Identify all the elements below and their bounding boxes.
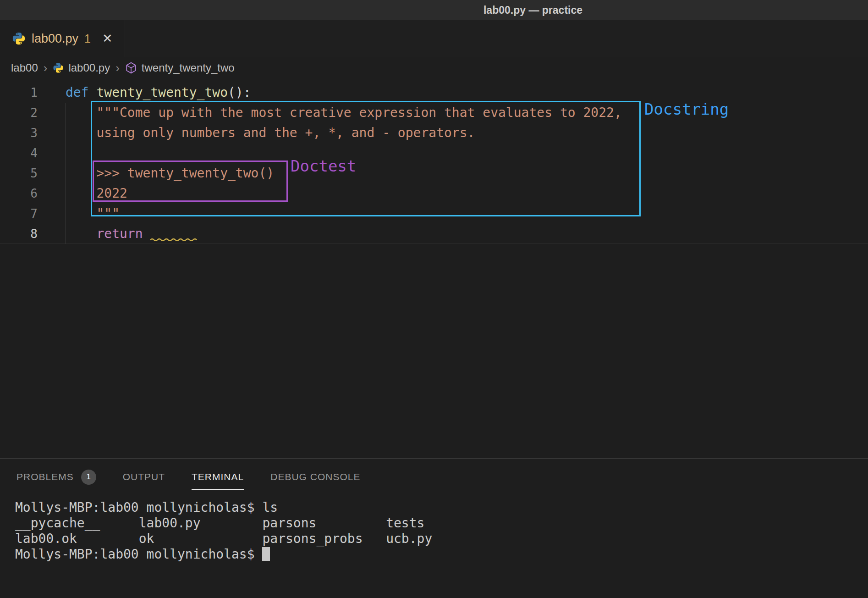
code-line-4[interactable]: 4 <box>0 143 868 163</box>
line-number[interactable]: 3 <box>0 123 38 143</box>
problems-count-badge: 1 <box>81 470 96 485</box>
code-segment: """Come up with the most creative expres… <box>66 105 622 120</box>
panel-tab-terminal[interactable]: TERMINAL <box>192 459 244 495</box>
tab-bar: lab00.py 1 ✕ <box>0 20 868 57</box>
terminal[interactable]: Mollys-MBP:lab00 mollynicholas$ ls__pyca… <box>0 495 868 598</box>
vscode-window: lab00.py — practice lab00.py 1 ✕ lab00 ›… <box>0 0 868 598</box>
panel-tab-debug-console[interactable]: DEBUG CONSOLE <box>270 459 360 495</box>
code-text[interactable]: """ <box>66 204 868 224</box>
breadcrumb-symbol[interactable]: twenty_twenty_two <box>142 61 235 74</box>
bottom-panel: PROBLEMS1OUTPUTTERMINALDEBUG CONSOLE Mol… <box>0 458 868 598</box>
panel-tab-label: OUTPUT <box>123 471 165 482</box>
code-text[interactable]: 2022 <box>66 183 868 204</box>
tab-dirty-count: 1 <box>84 32 91 45</box>
line-number[interactable]: 1 <box>0 83 38 103</box>
panel-tab-problems[interactable]: PROBLEMS1 <box>16 459 96 495</box>
terminal-line: Mollys-MBP:lab00 mollynicholas$ ls <box>15 500 868 515</box>
python-icon <box>53 62 64 73</box>
line-number[interactable]: 7 <box>0 204 38 224</box>
code-segment: using only numbers and the +, *, and - o… <box>66 125 475 140</box>
line-number[interactable]: 6 <box>0 183 38 204</box>
breadcrumb-folder[interactable]: lab00 <box>11 61 38 74</box>
terminal-prompt-line[interactable]: Mollys-MBP:lab00 mollynicholas$ <box>15 547 868 562</box>
line-number[interactable]: 5 <box>0 163 38 183</box>
chevron-right-icon: › <box>44 61 48 75</box>
panel-tab-label: DEBUG CONSOLE <box>270 471 360 482</box>
line-number[interactable]: 8 <box>0 224 38 244</box>
terminal-cursor[interactable] <box>262 547 270 561</box>
symbol-cube-icon <box>125 62 137 74</box>
code-text[interactable]: return <box>66 224 868 244</box>
code-segment: >>> twenty_twenty_two() <box>66 166 274 181</box>
window-title: lab00.py — practice <box>483 4 582 17</box>
code-line-8[interactable]: 8 return <box>0 224 868 244</box>
breadcrumb-file[interactable]: lab00.py <box>68 61 110 74</box>
code-segment <box>66 226 96 241</box>
code-segment: 2022 <box>66 186 127 201</box>
terminal-prompt: Mollys-MBP:lab00 mollynicholas$ <box>15 547 262 562</box>
code-line-5[interactable]: 5 >>> twenty_twenty_two() <box>0 163 868 183</box>
code-line-6[interactable]: 6 2022 <box>0 183 868 204</box>
code-text[interactable]: def twenty_twenty_two(): <box>66 83 868 103</box>
code-segment: """ <box>66 206 120 221</box>
code-segment: def <box>66 85 96 100</box>
panel-tab-label: PROBLEMS <box>16 471 74 482</box>
terminal-lines: Mollys-MBP:lab00 mollynicholas$ ls__pyca… <box>15 500 868 547</box>
panel-tabs: PROBLEMS1OUTPUTTERMINALDEBUG CONSOLE <box>0 459 868 495</box>
code-segment: twenty_twenty_two <box>96 85 228 100</box>
chevron-right-icon: › <box>115 61 120 75</box>
titlebar: lab00.py — practice <box>0 0 868 20</box>
code-text[interactable]: using only numbers and the +, *, and - o… <box>66 123 868 143</box>
line-number[interactable]: 2 <box>0 103 38 123</box>
code-line-7[interactable]: 7 """ <box>0 204 868 224</box>
panel-tab-output[interactable]: OUTPUT <box>123 459 165 495</box>
code-segment: (): <box>228 85 251 100</box>
code-text[interactable] <box>66 143 868 163</box>
code-text[interactable]: >>> twenty_twenty_two() <box>66 163 868 183</box>
code-segment <box>150 224 197 244</box>
tab-label: lab00.py <box>32 32 78 46</box>
panel-tab-label: TERMINAL <box>192 471 244 482</box>
tab-close-icon[interactable]: ✕ <box>102 31 113 46</box>
python-icon <box>12 32 26 45</box>
tab-lab00py[interactable]: lab00.py 1 ✕ <box>0 20 125 57</box>
indent-guide <box>66 103 66 244</box>
code-line-3[interactable]: 3 using only numbers and the +, *, and -… <box>0 123 868 143</box>
error-squiggle-icon <box>150 238 197 241</box>
code-text[interactable]: """Come up with the most creative expres… <box>66 103 868 123</box>
editor[interactable]: 1def twenty_twenty_two():2 """Come up wi… <box>0 79 868 458</box>
terminal-line: lab00.ok ok parsons_probs ucb.py <box>15 531 868 547</box>
line-number[interactable]: 4 <box>0 143 38 163</box>
code-segment: return <box>96 226 143 241</box>
code-line-1[interactable]: 1def twenty_twenty_two(): <box>0 83 868 103</box>
code-line-2[interactable]: 2 """Come up with the most creative expr… <box>0 103 868 123</box>
code-segment <box>143 226 151 241</box>
terminal-line: __pycache__ lab00.py parsons tests <box>15 515 868 531</box>
breadcrumb: lab00 › lab00.py › twenty_twenty_two <box>0 57 868 79</box>
code-lines: 1def twenty_twenty_two():2 """Come up wi… <box>0 79 868 244</box>
